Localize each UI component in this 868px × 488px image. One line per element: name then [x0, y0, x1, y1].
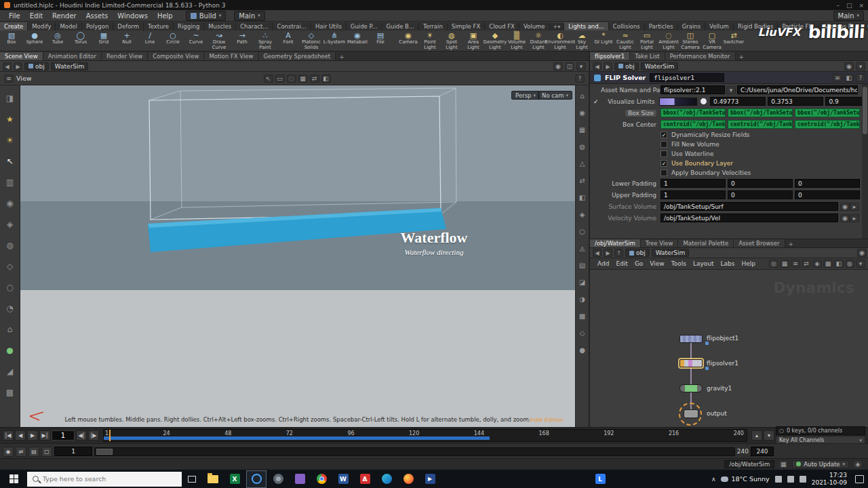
pin-icon[interactable]: ◉ — [857, 249, 867, 257]
shelf-tab[interactable]: Deform — [113, 22, 144, 30]
desktop-selector[interactable]: Build ▾ — [186, 11, 226, 21]
lower-padding-y-field[interactable]: 0 — [728, 179, 793, 188]
surface-volume-field[interactable]: /obj/TankSetup/Surf — [660, 202, 838, 211]
pane-tab[interactable]: Geometry Spreadsheet — [259, 52, 336, 60]
box-size-x-field[interactable]: bbox("/obj/TankSetu — [660, 108, 726, 117]
shelf-tab[interactable]: Texture — [144, 22, 174, 30]
viewport-side-tool-icon[interactable]: ▥ — [4, 176, 16, 188]
shelf-tool[interactable]: ◯ Torus — [69, 31, 92, 50]
viewport-side-tool-icon[interactable]: ⌂ — [4, 323, 16, 336]
taskbar-app-edge[interactable] — [376, 470, 397, 488]
update-mode-selector[interactable]: Auto Update ▾ — [792, 460, 849, 468]
network-menu-item[interactable]: View — [646, 260, 667, 268]
viewport-side-tool-icon[interactable]: ○ — [4, 281, 16, 293]
taskbar-app-excel[interactable]: X — [224, 470, 245, 488]
help-icon[interactable]: ? — [856, 74, 865, 82]
node-flipsolver1[interactable] — [679, 359, 703, 367]
shelf-tool[interactable]: → Path — [231, 31, 254, 50]
viewport-side-tool-icon[interactable]: ◨ — [4, 92, 16, 104]
checkbox-unchecked-icon[interactable] — [660, 150, 667, 157]
pane-tab[interactable]: Tree View — [641, 239, 679, 247]
chevron-down-icon[interactable]: ▾ — [726, 86, 736, 94]
add-pane-tab-button[interactable]: + — [736, 54, 748, 60]
path-root-chip[interactable]: obj — [614, 62, 639, 70]
main-menu-selector[interactable]: Main ▾ — [234, 11, 264, 21]
pin-icon[interactable]: ◉ — [553, 62, 563, 70]
param-scrollbar[interactable] — [862, 84, 868, 239]
path-root-chip[interactable]: obj — [24, 62, 49, 70]
display-option-icon[interactable]: ◈ — [577, 209, 587, 219]
viewport-tool-icon[interactable]: ⇄ — [310, 75, 319, 83]
realtime-toggle-icon[interactable]: ◉ — [3, 447, 14, 457]
shelf-tool[interactable]: ☁ Sky Light — [571, 31, 593, 50]
viewport-tool-icon[interactable]: ▭ — [275, 75, 285, 83]
shelf-tab[interactable]: Create — [0, 22, 28, 30]
pane-tab[interactable]: flipsolver1 — [590, 52, 630, 60]
network-toolbar-icon[interactable]: ⇄ — [802, 260, 811, 268]
display-option-icon[interactable]: ◑ — [577, 294, 587, 304]
color-swatch[interactable] — [700, 98, 707, 105]
network-menu-item[interactable]: Layout — [690, 260, 717, 268]
pane-tab[interactable]: Take List — [630, 52, 665, 60]
expand-icon[interactable]: ▸ — [850, 214, 859, 222]
lower-padding-x-field[interactable]: 1 — [660, 179, 726, 188]
add-pane-tab-button[interactable]: + — [785, 241, 797, 247]
shelf-tool[interactable]: ◍ Spot Light — [441, 31, 462, 50]
viewport-side-tool-icon[interactable]: ● — [4, 344, 16, 357]
shelf-tab[interactable]: Collisions — [609, 22, 645, 30]
shelf-tool[interactable]: ▣ Area Light — [462, 31, 484, 50]
menubar-item[interactable]: Windows — [113, 12, 153, 20]
volume-icon[interactable] — [800, 476, 806, 483]
pane-menu-icon[interactable]: ▾ — [856, 62, 865, 70]
camera-selector[interactable]: No cam ▾ — [538, 91, 572, 100]
shelf-tab[interactable]: Modify — [28, 22, 56, 30]
network-toolbar-icon[interactable]: ◎ — [769, 260, 778, 268]
shelf-tab[interactable]: Terrain — [419, 22, 448, 30]
lower-padding-z-field[interactable]: 0 — [795, 179, 860, 188]
back-icon[interactable]: ◀ — [3, 62, 12, 70]
lock-icon[interactable]: ◧ — [844, 74, 854, 82]
shelf-tab[interactable]: Particle Fl... — [778, 22, 820, 30]
network-toolbar-icon[interactable]: ◍ — [845, 260, 854, 268]
shelf-tool[interactable]: ▒ Volume Light — [506, 31, 528, 50]
shelf-tool[interactable]: * GI Light — [593, 31, 614, 50]
checkbox-checked-icon[interactable]: ✓ — [660, 160, 667, 167]
path-root-chip[interactable]: obj — [625, 249, 650, 257]
shelf-tool[interactable]: ≈ Caustic Light — [614, 31, 636, 50]
menubar-item[interactable]: Edit — [25, 12, 47, 20]
viewport-tool-icon[interactable]: ▦ — [298, 75, 308, 83]
taskbar-app-store[interactable] — [290, 470, 310, 488]
menubar-item[interactable]: Render — [47, 12, 81, 20]
shelf-tool[interactable]: ▤ File — [369, 31, 392, 50]
shelf-tool[interactable]: ◌ Ambient Light — [658, 31, 679, 50]
audio-options-icon[interactable]: ▢ — [41, 447, 52, 457]
checkbox-checked-icon[interactable]: ✓ — [660, 131, 667, 138]
asset-path-field[interactable]: C:/Users/juna/OneDrive/Documents/houdini… — [737, 85, 858, 94]
pane-tab[interactable]: Composite View — [148, 52, 204, 60]
network-icon[interactable] — [787, 476, 794, 483]
box-center-y-field[interactable]: centroid("/obj/Tank — [728, 120, 793, 129]
shelf-tool[interactable]: ◉ Camera — [397, 31, 419, 50]
play-reverse-icon[interactable]: ◀ — [15, 430, 26, 441]
viewport-side-tool-icon[interactable]: ◉ — [4, 197, 16, 209]
node-gravity1[interactable] — [679, 384, 703, 392]
display-option-icon[interactable]: ▤ — [577, 260, 587, 270]
network-toolbar-icon[interactable]: ◈ — [812, 260, 822, 268]
node-name-field[interactable]: flipsolver1 — [650, 73, 724, 82]
network-menu-item[interactable]: Add — [594, 260, 612, 268]
current-frame-field[interactable]: 1 — [52, 430, 75, 441]
shelf-tool[interactable]: ▭ Portal Light — [636, 31, 658, 50]
shelf-tab[interactable]: Rigid Bodies — [734, 22, 778, 30]
viewport-side-tool-icon[interactable]: ◈ — [4, 218, 16, 230]
shelf-tool[interactable]: / Line — [138, 31, 161, 50]
shelf-tool[interactable]: ~ Curve — [184, 31, 208, 50]
shelf-tool[interactable]: ◐ Environment Light — [549, 31, 571, 50]
shelf-tab[interactable]: Simple FX — [448, 22, 485, 30]
taskbar-app-word[interactable]: W — [333, 470, 353, 488]
menubar-item[interactable]: Help — [153, 12, 178, 20]
node-chooser-icon[interactable]: ◉ — [840, 203, 850, 211]
up-level-icon[interactable]: ↑ — [614, 249, 623, 257]
shelf-tab[interactable]: Cloud FX — [485, 22, 519, 30]
back-icon[interactable]: ◀ — [593, 249, 601, 257]
path-node-chip[interactable]: WaterSim — [51, 62, 89, 70]
